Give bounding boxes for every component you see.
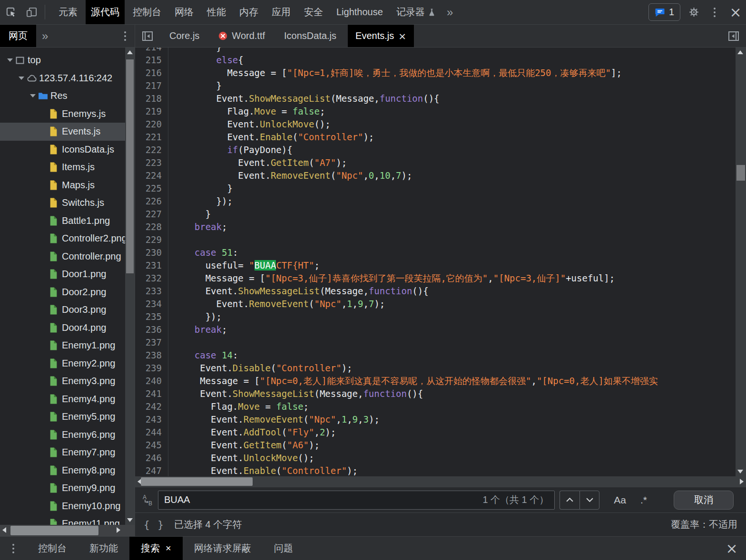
code-line-225[interactable]: 225 } (135, 182, 736, 195)
code-line-224[interactable]: 224 Event.RemoveEvent("Npc",0,10,7); (135, 169, 736, 182)
tree-item-Maps.js[interactable]: Maps.js (0, 176, 135, 194)
panel-tab-3[interactable]: 控制台 (128, 0, 167, 24)
code-line-221[interactable]: 221 Event.Enable("Controller"); (135, 131, 736, 144)
line-number[interactable]: 228 (135, 221, 168, 233)
panel-tab-5[interactable]: 性能 (202, 0, 231, 24)
line-number[interactable]: 241 (135, 387, 168, 400)
code-line-text[interactable]: useful= "BUAACTF{HT"; (168, 259, 736, 272)
code-line-text[interactable]: Event.Enable("Controller"); (168, 131, 736, 144)
code-line-text[interactable]: Event.RemoveEvent("Npc",0,10,7); (168, 169, 736, 182)
code-line-220[interactable]: 220 Event.UnlockMove(); (135, 118, 736, 131)
panel-tab-2[interactable]: 源代码 (86, 0, 125, 24)
tree-item-Enemy4.png[interactable]: Enemy4.png (0, 390, 135, 408)
drawer-tab-新功能[interactable]: 新功能 (78, 537, 129, 560)
code-line-text[interactable]: Message = ["[Npc=0,老人]能来到这真是不容易呢，从这开始的怪物… (168, 375, 736, 387)
code-line-230[interactable]: 230 case 51: (135, 246, 736, 259)
navigator-menu-kebab-icon[interactable] (116, 25, 135, 47)
code-line-text[interactable] (168, 233, 736, 246)
sidebar-scroll-thumb[interactable] (126, 59, 134, 273)
editor-tab-IconsData.js[interactable]: IconsData.js (276, 25, 344, 47)
code-line-text[interactable]: Flag.Move = false; (168, 105, 736, 118)
code-line-text[interactable]: Event.AddTool("Fly",2); (168, 426, 736, 439)
editor-hscroll-thumb[interactable] (141, 477, 253, 486)
panel-tab-9[interactable]: Lighthouse (331, 0, 388, 24)
tree-item-Enemy7.png[interactable]: Enemy7.png (0, 444, 135, 462)
code-line-text[interactable]: Event.GetItem("A7"); (168, 156, 736, 169)
line-number[interactable]: 217 (135, 79, 168, 92)
line-number[interactable]: 218 (135, 92, 168, 105)
code-line-text[interactable]: Event.Enable("Controller"); (168, 464, 736, 476)
code-line-216[interactable]: 216 Message = ["[Npc=1,奸商]唉，勇士，我做的也是小本生意… (135, 67, 736, 79)
tree-item-Res[interactable]: Res (0, 87, 135, 105)
scroll-down-arrow[interactable] (127, 518, 133, 522)
navigator-tab-pages[interactable]: 网页 (0, 25, 36, 47)
scroll-up-arrow[interactable] (127, 50, 133, 54)
line-number[interactable]: 215 (135, 54, 168, 67)
code-line-text[interactable]: case 14: (168, 349, 736, 362)
messages-button[interactable]: 1 (648, 3, 680, 21)
device-toolbar-icon[interactable] (21, 0, 42, 24)
scroll-down-arrow[interactable] (737, 470, 743, 473)
menu-kebab-icon[interactable] (704, 0, 725, 24)
sidebar-horizontal-scrollbar[interactable] (0, 525, 135, 536)
line-number[interactable]: 223 (135, 156, 168, 169)
tree-item-Controller.png[interactable]: Controller.png (0, 248, 135, 266)
line-number[interactable]: 225 (135, 182, 168, 195)
panel-tab-1[interactable]: 元素 (53, 0, 83, 24)
settings-gear-icon[interactable] (683, 0, 704, 24)
tree-item-Enemy9.png[interactable]: Enemy9.png (0, 479, 135, 497)
pretty-print-icon[interactable]: { } (144, 519, 165, 531)
code-line-text[interactable]: else{ (168, 54, 736, 67)
tab-close-icon[interactable]: × (166, 543, 171, 554)
scroll-right-arrow[interactable] (117, 527, 120, 533)
code-line-229[interactable]: 229 (135, 233, 736, 246)
line-number[interactable]: 243 (135, 413, 168, 426)
regex-button[interactable]: .* (640, 494, 647, 506)
code-line-242[interactable]: 242 Flag.Move = false; (135, 400, 736, 413)
match-case-button[interactable]: Aa (614, 494, 626, 506)
line-number[interactable]: 240 (135, 375, 168, 387)
line-number[interactable]: 221 (135, 131, 168, 144)
next-match-button[interactable] (579, 491, 599, 510)
code-line-241[interactable]: 241 Event.ShowMessageList(Message,functi… (135, 387, 736, 400)
tree-item-Battle1.png[interactable]: Battle1.png (0, 212, 135, 230)
code-editor[interactable]: 214 }215 else{216 Message = ["[Npc=1,奸商]… (135, 48, 746, 476)
code-line-223[interactable]: 223 Event.GetItem("A7"); (135, 156, 736, 169)
line-number[interactable]: 244 (135, 426, 168, 439)
editor-scroll-thumb[interactable] (736, 165, 745, 181)
code-line-text[interactable] (168, 336, 736, 349)
line-number[interactable]: 247 (135, 464, 168, 476)
search-input[interactable] (164, 494, 478, 505)
tree-item-Enemy5.png[interactable]: Enemy5.png (0, 408, 135, 426)
drawer-tab-问题[interactable]: 问题 (263, 537, 304, 560)
previous-match-button[interactable] (560, 491, 579, 510)
panel-tab-10[interactable]: 记录器 (391, 0, 441, 24)
tree-item-Enemy11.png[interactable]: Enemy11.png (0, 515, 135, 525)
expand-arrow-icon[interactable] (28, 94, 38, 97)
code-line-214[interactable]: 214 } (135, 48, 736, 54)
code-line-236[interactable]: 236 break; (135, 323, 736, 336)
code-line-text[interactable]: Message = ["[Npc=3,仙子]恭喜你找到了第一段芙拉隔,它的值为"… (168, 272, 736, 285)
code-line-231[interactable]: 231 useful= "BUAACTF{HT"; (135, 259, 736, 272)
line-number[interactable]: 234 (135, 298, 168, 310)
code-line-text[interactable]: Event.UnlockMove(); (168, 118, 736, 131)
tree-item-Enemy1.png[interactable]: Enemy1.png (0, 337, 135, 355)
cancel-search-button[interactable]: 取消 (674, 491, 734, 510)
line-number[interactable]: 239 (135, 362, 168, 375)
code-line-text[interactable]: Event.RemoveEvent("Npc",1,9,7); (168, 298, 736, 310)
tree-item-Enemy6.png[interactable]: Enemy6.png (0, 426, 135, 444)
close-devtools-icon[interactable]: × (725, 0, 746, 24)
drawer-tab-网络请求屏蔽[interactable]: 网络请求屏蔽 (183, 537, 263, 560)
tree-item-Door4.png[interactable]: Door4.png (0, 319, 135, 337)
code-line-222[interactable]: 222 if(PayDone){ (135, 144, 736, 156)
code-line-text[interactable]: Flag.Move = false; (168, 400, 736, 413)
line-number[interactable]: 219 (135, 105, 168, 118)
code-line-text[interactable]: Event.ShowMessageList(Message,function()… (168, 92, 736, 105)
code-line-text[interactable]: } (168, 182, 736, 195)
code-line-237[interactable]: 237 (135, 336, 736, 349)
code-line-text[interactable]: }); (168, 310, 736, 323)
tree-item-Enemy10.png[interactable]: Enemy10.png (0, 497, 135, 515)
code-line-238[interactable]: 238 case 14: (135, 349, 736, 362)
line-number[interactable]: 231 (135, 259, 168, 272)
line-number[interactable]: 222 (135, 144, 168, 156)
